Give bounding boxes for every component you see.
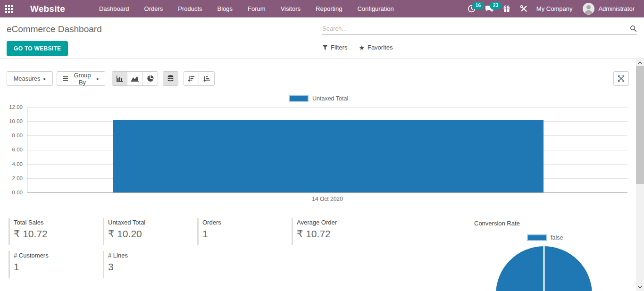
sort-ascending-button[interactable] bbox=[199, 72, 214, 85]
sort-switcher bbox=[184, 71, 215, 86]
sort-desc-icon bbox=[188, 75, 195, 82]
y-tick-label: 2.00 bbox=[0, 175, 23, 181]
activities-button[interactable]: 16 bbox=[463, 0, 480, 17]
stat-untaxed-total: Untaxed Total ₹ 10.20 bbox=[103, 218, 192, 245]
caret-right-icon: ▸ bbox=[44, 76, 46, 81]
y-tick-label: 4.00 bbox=[0, 161, 23, 167]
y-tick-label: 12.00 bbox=[0, 104, 23, 110]
filters-button[interactable]: Filters bbox=[322, 44, 347, 51]
stat-average-order: Average Order ₹ 10.72 bbox=[292, 218, 381, 245]
scrollbar-thumb[interactable] bbox=[636, 66, 644, 184]
expand-chart-button[interactable] bbox=[613, 71, 629, 86]
tools-icon bbox=[520, 5, 528, 13]
ecommerce-dashboard-app: Website Dashboard Orders Products Blogs … bbox=[0, 0, 644, 291]
y-tick-label: 8.00 bbox=[0, 133, 23, 138]
x-axis-line bbox=[27, 192, 627, 193]
developer-tools-button[interactable] bbox=[515, 0, 533, 17]
menu-item-configuration[interactable]: Configuration bbox=[350, 0, 401, 17]
x-tick-label: 14 Oct 2020 bbox=[280, 196, 375, 202]
conversion-rate-title: Conversion Rate bbox=[474, 220, 520, 227]
pie-chart-icon bbox=[147, 75, 154, 82]
y-tick-label: 10.00 bbox=[0, 118, 23, 124]
app-name[interactable]: Website bbox=[30, 4, 65, 14]
go-to-website-button[interactable]: GO TO WEBSITE bbox=[7, 41, 68, 56]
chart-type-switcher bbox=[112, 71, 158, 86]
menu-item-dashboard[interactable]: Dashboard bbox=[92, 0, 137, 17]
group-by-button[interactable]: Group By▸ bbox=[57, 71, 105, 86]
user-name: Administrator bbox=[594, 5, 638, 12]
stacked-toggle-button[interactable] bbox=[163, 71, 178, 86]
conversion-rate-pie[interactable] bbox=[496, 246, 592, 291]
y-tick-label: 0.00 bbox=[0, 190, 23, 195]
caret-right-icon: ▸ bbox=[97, 76, 99, 81]
search-icon[interactable] bbox=[630, 25, 637, 32]
systray: 16 23 My Company Administrator bbox=[463, 0, 644, 17]
y-tick-label: 6.00 bbox=[0, 147, 23, 152]
menu-item-visitors[interactable]: Visitors bbox=[273, 0, 308, 17]
apps-menu-button[interactable] bbox=[0, 0, 18, 17]
filter-row: Filters ★ Favorites bbox=[322, 44, 404, 51]
gift-icon bbox=[503, 5, 510, 13]
expand-icon bbox=[618, 75, 625, 82]
menu-item-products[interactable]: Products bbox=[170, 0, 209, 17]
list-icon bbox=[63, 76, 68, 81]
pie-legend-swatch bbox=[527, 234, 547, 241]
menu-item-blogs[interactable]: Blogs bbox=[210, 0, 241, 17]
scroll-up-arrow[interactable] bbox=[636, 59, 644, 67]
search-input[interactable] bbox=[322, 25, 630, 32]
line-chart-button[interactable] bbox=[127, 72, 142, 85]
user-avatar bbox=[583, 3, 594, 15]
chart-legend[interactable]: Untaxed Total bbox=[289, 95, 348, 102]
pie-legend[interactable]: false bbox=[527, 234, 563, 241]
sort-descending-button[interactable] bbox=[184, 72, 199, 85]
stat-total-sales: Total Sales ₹ 10.72 bbox=[8, 218, 98, 245]
star-icon: ★ bbox=[359, 44, 365, 51]
pie-chart-button[interactable] bbox=[142, 72, 158, 85]
bar-segment[interactable] bbox=[113, 120, 544, 192]
messages-button[interactable]: 23 bbox=[480, 0, 498, 17]
gridline bbox=[27, 107, 627, 108]
updates-button[interactable] bbox=[498, 0, 515, 17]
bar-chart-button[interactable] bbox=[112, 72, 127, 85]
user-menu[interactable]: Administrator bbox=[576, 0, 638, 17]
pie-legend-label: false bbox=[551, 234, 563, 241]
vertical-scrollbar bbox=[636, 59, 644, 291]
menu-item-reporting[interactable]: Reporting bbox=[308, 0, 350, 17]
menu-item-orders[interactable]: Orders bbox=[137, 0, 171, 17]
stat-customers: # Customers 1 bbox=[8, 251, 98, 278]
bar-chart-icon bbox=[116, 75, 124, 82]
legend-label: Untaxed Total bbox=[312, 95, 348, 102]
company-switcher[interactable]: My Company bbox=[533, 5, 577, 12]
funnel-icon bbox=[322, 45, 328, 50]
measures-button[interactable]: Measures▸ bbox=[7, 71, 53, 86]
top-navbar: Website Dashboard Orders Products Blogs … bbox=[0, 0, 644, 17]
area-chart-icon bbox=[131, 75, 139, 82]
search-bar bbox=[322, 23, 637, 34]
scroll-down-arrow[interactable] bbox=[636, 283, 644, 291]
apps-grid-icon bbox=[5, 5, 13, 13]
menu-item-forum[interactable]: Forum bbox=[240, 0, 273, 17]
database-icon bbox=[167, 75, 174, 82]
stat-lines: # Lines 3 bbox=[103, 251, 192, 278]
bar-chart-plot-area bbox=[27, 107, 627, 192]
pie-slice-border bbox=[544, 246, 545, 291]
sort-asc-icon bbox=[203, 75, 210, 82]
main-menu: Dashboard Orders Products Blogs Forum Vi… bbox=[92, 0, 401, 17]
favorites-button[interactable]: ★ Favorites bbox=[359, 44, 393, 51]
stat-orders: Orders 1 bbox=[197, 218, 287, 245]
legend-swatch bbox=[289, 95, 309, 102]
page-title: eCommerce Dashboard bbox=[7, 24, 102, 34]
control-panel: eCommerce Dashboard GO TO WEBSITE Filter… bbox=[0, 17, 644, 59]
person-icon bbox=[583, 3, 594, 15]
